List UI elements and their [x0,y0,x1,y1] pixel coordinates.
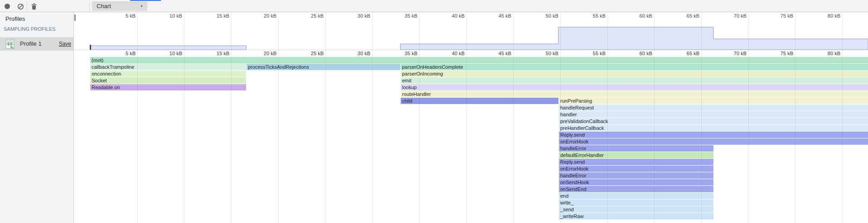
flame-bar[interactable]: handler [559,111,868,118]
flame-bar[interactable]: onconnection [90,71,246,77]
flame-bar[interactable]: _writeRaw [559,213,713,219]
axis-tick-label: 55 kB [580,13,606,19]
flame-bar-label: routeHandler [401,91,868,97]
chart-view-dropdown-value: Chart [92,3,111,9]
clear-button[interactable] [16,2,24,10]
flame-bar[interactable]: onSendEnd [559,186,713,192]
flame-bar[interactable]: emit [401,77,868,84]
axis-tick-label: 25 kB [298,51,324,56]
flame-bar-label: preHandlerCallback [559,125,868,131]
flame-bar[interactable]: (root) [90,57,868,63]
flame-bar[interactable]: processTicksAndRejections [247,64,400,70]
flame-bar[interactable]: Socket [90,77,246,84]
flame-bar[interactable]: runPreParsing [559,98,868,104]
flame-bar[interactable]: handleError [559,145,713,152]
flame-bar-label: lookup [401,84,868,90]
axis-tick-label: 10 kB [157,13,182,19]
axis-tick-label: 10 kB [157,51,182,56]
flame-bar[interactable]: routeHandler [401,91,868,97]
flame-bar-label: onSendHook [559,179,713,185]
flame-bar[interactable]: end [559,193,713,199]
flame-bar-label: parserOnHeadersComplete [401,64,868,70]
axis-tick-label: 65 kB [674,13,699,19]
flame-bar[interactable]: parserOnIncoming [401,71,868,77]
sidebar-heading: Profiles [5,15,25,22]
flame-bar[interactable]: callbackTrampoline [90,64,246,70]
flame-bar-label: end [559,193,713,199]
chart-view-dropdown[interactable]: Chart ▼ [92,1,147,11]
flame-bar[interactable]: _send [559,206,713,213]
flame-bar-label: handleError [559,172,713,179]
flame-bar-label: onSendEnd [559,186,713,192]
record-button[interactable] [3,2,11,10]
flame-bar-label: runPreParsing [559,98,868,104]
flame-bar-label: parserOnIncoming [401,71,868,77]
flame-bar[interactable]: write_ [559,199,713,206]
flame-bar[interactable]: parserOnHeadersComplete [401,64,868,70]
flame-bar[interactable]: onErrorHook [559,138,868,145]
flame-bar[interactable]: onSendHook [559,179,713,185]
flame-bar[interactable]: Readable.on [90,84,246,90]
memory-profiler-panel: Chart ▼ Profiles SAMPLING PROFILES % Pro… [0,0,868,223]
flame-bar[interactable]: preValidationCallback [559,118,868,124]
flame-bar-label: onErrorHook [559,138,868,145]
axis-tick-label: 65 kB [674,51,699,56]
axis-tick-label: 75 kB [768,13,793,19]
profiles-sidebar: Profiles SAMPLING PROFILES % Profile 1 S… [0,12,74,223]
flame-bar[interactable]: lookup [401,84,868,90]
flame-bar-label: processTicksAndRejections [247,64,400,70]
flame-bar-label: write_ [559,199,713,206]
axis-tick-label: 45 kB [486,51,511,56]
flame-bar[interactable]: Reply.send [559,132,868,138]
flame-bar-label: onErrorHook [559,166,713,172]
axis-tick-label: 75 kB [768,51,793,56]
axis-tick-label: 60 kB [627,13,652,19]
toolbar: Chart ▼ [0,0,868,12]
flame-bar-label: child [401,98,558,104]
axis-tick-label: 15 kB [204,51,229,56]
save-profile-link[interactable]: Save [59,41,71,47]
flame-bar[interactable]: Reply.send [559,159,713,165]
overview-baseline [74,50,868,50]
flame-bar-label: handleError [559,145,713,152]
ruler-mid: 5 kB10 kB15 kB20 kB25 kB30 kB35 kB40 kB4… [74,51,868,57]
overview-area-segment [400,27,868,50]
flame-bar-label: onconnection [90,71,246,77]
overview-selection-handle[interactable] [90,45,91,50]
axis-tick-label: 40 kB [439,51,465,56]
axis-tick-label: 5 kB [110,51,136,56]
axis-tick-label: 35 kB [392,13,417,19]
axis-tick-label: 5 kB [110,13,136,19]
axis-tick-label: 55 kB [580,51,606,56]
flame-bar-label: defaultErrorHandler [559,152,713,158]
axis-tick-label: 80 kB [815,51,840,56]
axis-tick-label: 40 kB [439,13,465,19]
svg-text:%: % [10,45,14,49]
flame-bar-label: Socket [90,77,246,84]
flame-bar-label: callbackTrampoline [90,64,246,70]
axis-tick-label: 25 kB [298,13,324,19]
flame-bar-label: handler [559,111,868,118]
flame-bar[interactable]: handleRequest [559,104,868,111]
delete-profile-button[interactable] [30,2,38,10]
sampling-profiles-section-label: SAMPLING PROFILES [4,26,55,32]
flame-bar-label: emit [401,77,868,84]
profile-name: Profile 1 [20,40,42,47]
flame-bar-label: handleRequest [559,104,868,111]
flame-bar-label: _send [559,206,713,213]
flame-bar[interactable]: onErrorHook [559,166,713,172]
flame-bar[interactable]: handleError [559,172,713,179]
flame-bar[interactable]: defaultErrorHandler [559,152,713,158]
active-tab-indicator [130,0,161,1]
flame-bar[interactable]: preHandlerCallback [559,125,868,131]
sidebar-item-profile-1[interactable]: % Profile 1 Save [0,37,73,51]
block-icon [17,3,24,10]
flame-bar-label: Reply.send [559,159,713,165]
flame-bar[interactable]: child [401,98,558,104]
axis-tick-label: 50 kB [533,13,558,19]
flame-bar-label: preValidationCallback [559,118,868,124]
chart-main-area: (root)callbackTrampolineprocessTicksAndR… [74,12,868,223]
vertical-scrollbar-thumb[interactable] [74,14,76,21]
axis-tick-label: 80 kB [815,13,840,19]
overview-area-segment [90,46,246,50]
